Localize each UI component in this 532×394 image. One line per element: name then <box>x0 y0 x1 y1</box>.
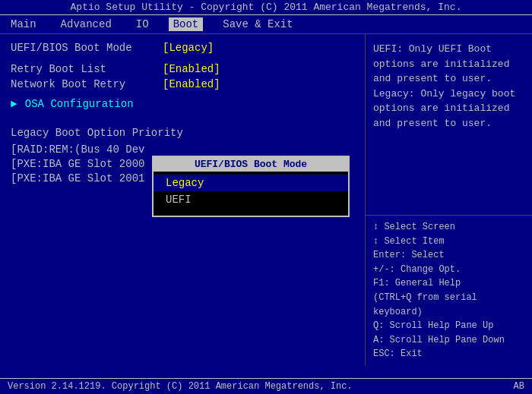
title-bar: Aptio Setup Utility - Copyright (C) 2011… <box>0 0 532 15</box>
arrow-icon: ► <box>11 98 17 110</box>
status-bar: Version 2.14.1219. Copyright (C) 2011 Am… <box>0 378 532 394</box>
key-help-line-6: keyboard) <box>373 305 524 320</box>
popup-content: Legacy UEFI <box>154 172 348 216</box>
uefi-bios-boot-mode-row: UEFI/BIOS Boot Mode [Legacy] <box>11 42 354 54</box>
menu-save-exit[interactable]: Save & Exit <box>218 17 297 31</box>
status-text: Version 2.14.1219. Copyright (C) 2011 Am… <box>8 381 353 392</box>
status-badge: AB <box>514 381 524 392</box>
network-boot-retry-label: Network Boot Retry <box>11 78 163 90</box>
right-help-content: UEFI: Only UEFI Boot options are initial… <box>373 43 515 129</box>
menu-main[interactable]: Main <box>6 17 41 31</box>
menu-advanced[interactable]: Advanced <box>56 17 116 31</box>
menu-boot[interactable]: Boot <box>169 17 204 31</box>
osa-config-label: OSA Configuration <box>25 98 134 110</box>
network-boot-retry-row: Network Boot Retry [Enabled] <box>11 78 354 90</box>
network-boot-retry-value[interactable]: [Enabled] <box>163 78 220 90</box>
key-help-line-9: ESC: Exit <box>373 347 524 361</box>
left-panel: UEFI/BIOS Boot Mode [Legacy] Retry Boot … <box>0 34 365 366</box>
legacy-boot-option-priority-title: Legacy Boot Option Priority <box>11 127 354 139</box>
popup-option-legacy[interactable]: Legacy <box>154 175 348 191</box>
key-help-line-7: Q: Scroll Help Pane Up <box>373 319 524 333</box>
menu-io[interactable]: IO <box>131 17 154 31</box>
key-help-line-5: (CTRL+Q from serial <box>373 291 524 305</box>
retry-boot-list-row: Retry Boot List [Enabled] <box>11 63 354 75</box>
title-text: Aptio Setup Utility - Copyright (C) 2011… <box>71 2 462 13</box>
key-help-line-3: +/-: Change Opt. <box>373 263 524 277</box>
osa-config-item[interactable]: ► OSA Configuration <box>11 98 354 110</box>
main-content: UEFI/BIOS Boot Mode [Legacy] Retry Boot … <box>0 34 532 366</box>
key-help-line-1: ↕ Select Item <box>373 235 524 249</box>
uefi-bios-boot-mode-label: UEFI/BIOS Boot Mode <box>11 42 163 54</box>
popup-option-uefi[interactable]: UEFI <box>154 191 348 208</box>
retry-boot-list-value[interactable]: [Enabled] <box>163 63 220 75</box>
boot-option-0[interactable]: [RAID:REM:(Bus 40 Dev <box>11 143 354 156</box>
key-help-line-2: Enter: Select <box>373 248 524 263</box>
key-help-line-0: ↕ Select Screen <box>373 220 524 235</box>
uefi-bios-boot-mode-value[interactable]: [Legacy] <box>163 42 214 54</box>
right-split-panel: UEFI: Only UEFI Boot options are initial… <box>365 34 532 366</box>
right-help-text: UEFI: Only UEFI Boot options are initial… <box>366 34 532 215</box>
key-help-line-4: F1: General Help <box>373 276 524 291</box>
uefi-bios-boot-mode-popup: UEFI/BIOS Boot Mode Legacy UEFI <box>152 156 350 217</box>
retry-boot-list-label: Retry Boot List <box>11 63 163 75</box>
popup-title: UEFI/BIOS Boot Mode <box>154 157 348 172</box>
right-key-help: ↕ Select Screen ↕ Select Item Enter: Sel… <box>366 215 532 366</box>
key-help-line-8: A: Scroll Help Pane Down <box>373 333 524 348</box>
menu-bar: Main Advanced IO Boot Save & Exit <box>0 15 532 34</box>
